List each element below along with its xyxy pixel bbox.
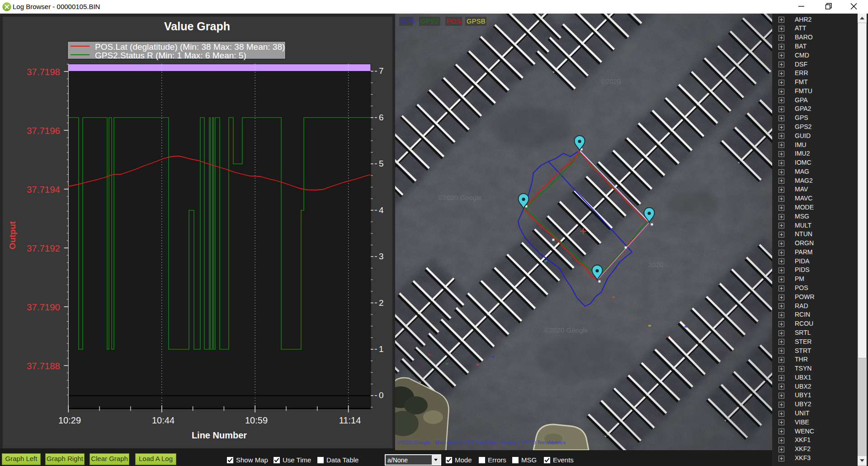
svg-text:©2020 Google - Map data ©2020: ©2020 Google - Map data ©2020 Tele Atlas… [397,440,566,445]
svg-text:POS: POS [447,17,461,25]
svg-text:GPS2: GPS2 [420,17,439,25]
svg-text:©2020 Google: ©2020 Google [544,326,588,334]
svg-text:GPSB: GPSB [467,17,486,25]
svg-text:2020: 2020 [648,261,663,268]
svg-text:©2020 Google: ©2020 Google [438,194,482,201]
svg-text:©2020: ©2020 [601,77,621,85]
svg-text:GPS: GPS [401,17,415,25]
